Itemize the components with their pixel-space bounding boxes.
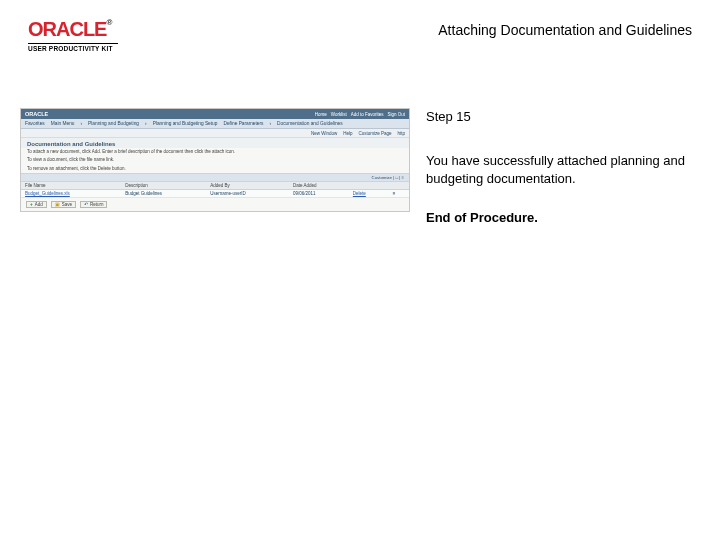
ss-desc: To attach a new document, click Add. Ent… xyxy=(21,148,409,156)
ss-customize-bar[interactable]: Customize | □ | ≡ xyxy=(21,173,409,182)
cell: Budget Guidelines xyxy=(121,189,206,197)
document-title: Attaching Documentation and Guidelines xyxy=(438,22,692,38)
return-button[interactable]: ↶Return xyxy=(80,201,108,208)
subbar-link[interactable]: http xyxy=(397,131,405,136)
ss-brand: ORACLE xyxy=(25,111,48,117)
ss-actions: +Add ▣Save ↶Return xyxy=(21,198,409,211)
cell: 09/06/2011 xyxy=(289,189,349,197)
breadcrumb[interactable]: Planning and Budgeting Setup xyxy=(153,121,218,126)
oracle-logo-text: ORACLE xyxy=(28,18,106,40)
subbar-link[interactable]: Help xyxy=(343,131,352,136)
ss-desc: To remove an attachment, click the Delet… xyxy=(21,165,409,173)
toplink[interactable]: Worklist xyxy=(331,112,347,117)
toplink[interactable]: Add to Favorites xyxy=(351,112,384,117)
end-of-procedure: End of Procedure. xyxy=(426,209,692,227)
breadcrumb[interactable]: Define Parameters xyxy=(223,121,263,126)
ss-desc: To view a document, click the file name … xyxy=(21,156,409,164)
ss-topbar: ORACLE Home Worklist Add to Favorites Si… xyxy=(21,109,409,119)
col-header xyxy=(389,182,409,190)
col-header: Date Added xyxy=(289,182,349,190)
breadcrumb[interactable]: Main Menu xyxy=(51,121,75,126)
step-label: Step 15 xyxy=(426,108,692,126)
ss-section-title: Documentation and Guidelines xyxy=(21,138,409,148)
btn-label: Return xyxy=(90,202,104,207)
btn-label: Add xyxy=(35,202,43,207)
toplink[interactable]: Home xyxy=(315,112,327,117)
file-name-link[interactable]: Budget_Guidelines.xls xyxy=(21,189,121,197)
ss-subbar: New Window Help Customize Page http xyxy=(21,129,409,138)
toplink[interactable]: Sign Out xyxy=(387,112,405,117)
logo-block: ORACLE® USER PRODUCTIVITY KIT xyxy=(28,18,118,52)
table-row: Budget_Guidelines.xls Budget Guidelines … xyxy=(21,189,409,197)
breadcrumb[interactable]: Planning and Budgeting xyxy=(88,121,139,126)
cell: Username-userID xyxy=(206,189,289,197)
cell[interactable]: ≡ xyxy=(389,189,409,197)
app-screenshot: ORACLE Home Worklist Add to Favorites Si… xyxy=(20,108,410,212)
btn-label: Save xyxy=(62,202,72,207)
col-header: File Name xyxy=(21,182,121,190)
col-header: Description xyxy=(121,182,206,190)
page-header: ORACLE® USER PRODUCTIVITY KIT Attaching … xyxy=(28,18,692,52)
subbar-link[interactable]: New Window xyxy=(311,131,337,136)
add-button[interactable]: +Add xyxy=(26,201,47,208)
subbar-link[interactable]: Customize Page xyxy=(358,131,391,136)
col-header xyxy=(349,182,389,190)
save-button[interactable]: ▣Save xyxy=(51,201,76,208)
delete-link[interactable]: Delete xyxy=(349,189,389,197)
table-header-row: File Name Description Added By Date Adde… xyxy=(21,182,409,190)
plus-icon: + xyxy=(30,202,33,207)
instruction-column: Step 15 You have successfully attached p… xyxy=(426,108,692,227)
breadcrumb[interactable]: Favorites xyxy=(25,121,45,126)
save-icon: ▣ xyxy=(55,202,60,207)
return-icon: ↶ xyxy=(84,202,88,207)
breadcrumb[interactable]: Documentation and Guidelines xyxy=(277,121,343,126)
ss-toplinks: Home Worklist Add to Favorites Sign Out xyxy=(315,112,405,117)
tm-symbol: ® xyxy=(106,18,111,27)
ss-toolbar: Favorites Main Menu › Planning and Budge… xyxy=(21,119,409,129)
col-header: Added By xyxy=(206,182,289,190)
step-body: You have successfully attached planning … xyxy=(426,152,692,188)
oracle-logo: ORACLE® xyxy=(28,18,118,44)
upk-label: USER PRODUCTIVITY KIT xyxy=(28,45,118,52)
ss-table: File Name Description Added By Date Adde… xyxy=(21,182,409,198)
